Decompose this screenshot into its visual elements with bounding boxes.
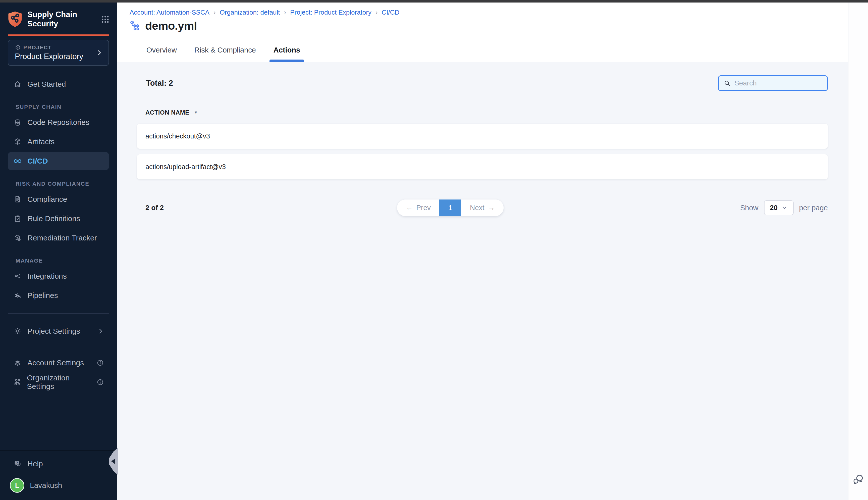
app-title: Supply Chain Security [27,10,77,29]
project-cube-icon [15,45,21,50]
show-label: Show [740,204,759,212]
sort-desc-icon: ▼ [194,110,198,115]
infinity-icon [13,157,22,165]
pager: ← Prev 1 Next → [397,200,503,216]
sidebar-item-label: Code Repositories [27,118,90,127]
cube-wrench-icon [13,234,22,242]
breadcrumb-link-project[interactable]: Project: Product Exploratory [290,9,371,16]
sidebar-item-label: Pipelines [27,291,58,300]
collapse-arrow-icon [111,458,115,464]
sidebar-item-pipelines[interactable]: Pipelines [8,286,109,305]
clipboard-check-icon [13,214,22,223]
info-icon[interactable] [96,378,104,386]
search-icon [724,79,731,87]
brand-accent-divider [8,34,109,36]
section-manage: MANAGE [15,258,117,264]
main-area: Account: Automation-SSCA › Organization:… [117,2,848,500]
search-box [718,75,828,91]
sidebar-item-label: Remediation Tracker [27,234,97,242]
info-icon[interactable] [96,359,104,366]
sidebar-item-label: Integrations [27,272,67,281]
breadcrumb-separator-icon: › [213,9,216,16]
sidebar-item-label: Get Started [27,80,66,89]
pipelines-icon [13,291,22,300]
sidebar-item-label: Artifacts [27,137,55,146]
section-risk-and-compliance: RISK AND COMPLIANCE [15,181,117,187]
search-input[interactable] [734,79,825,87]
per-page-label: per page [799,204,828,212]
page-title: demo.yml [145,19,197,32]
arrow-right-icon: → [488,204,495,212]
avatar: L [10,478,24,493]
sidebar-item-remediation-tracker[interactable]: Remediation Tracker [8,229,109,247]
sidebar-item-help[interactable]: ? Help [8,455,109,473]
sidebar-item-label: Rule Definitions [27,214,80,223]
help-chat-icon: ? [13,459,22,468]
chevron-down-icon [781,205,788,211]
table-row[interactable]: actions/checkout@v3 [137,124,828,149]
column-header-label: ACTION NAME [146,109,189,116]
page-size-value: 20 [770,204,778,212]
sidebar-bottom-section: ? Help L Lavakush [0,450,117,500]
gear-icon [13,327,22,336]
sidebar-item-label: Account Settings [27,359,84,367]
right-gutter [848,2,868,500]
user-menu[interactable]: L Lavakush [8,476,109,495]
sidebar-item-label: Help [27,459,43,468]
sidebar-item-label: Compliance [27,195,67,204]
project-selector[interactable]: PROJECT Product Exploratory [8,40,109,66]
sidebar-item-label: Project Settings [27,327,80,336]
next-page-button[interactable]: Next → [461,200,504,216]
sidebar-item-artifacts[interactable]: Artifacts [8,133,109,151]
sidebar-item-cicd[interactable]: CI/CD [8,152,109,170]
chevron-right-icon [97,328,104,335]
pagination-bar: 2 of 2 ← Prev 1 Next → [137,200,828,216]
breadcrumb-link-cicd[interactable]: CI/CD [382,9,400,16]
page-size-select[interactable]: 20 [764,200,794,215]
sidebar-item-label: CI/CD [27,157,48,165]
result-range: 2 of 2 [146,204,221,212]
tab-overview[interactable]: Overview [145,38,178,62]
sidebar-item-compliance[interactable]: Compliance [8,190,109,208]
sidebar-item-project-settings[interactable]: Project Settings [8,322,109,340]
app-switcher-grid-icon[interactable] [101,15,110,24]
tab-risk-and-compliance[interactable]: Risk & Compliance [193,38,257,62]
sidebar-item-account-settings[interactable]: Account Settings [8,354,109,372]
project-name: Product Exploratory [15,52,83,61]
tab-bar: Overview Risk & Compliance Actions [117,38,848,62]
column-header-action-name[interactable]: ACTION NAME ▼ [146,109,828,116]
sidebar-nav: Get Started SUPPLY CHAIN Code Repositori… [0,74,117,450]
svg-text:?: ? [16,461,18,465]
sidebar: Supply Chain Security [0,2,117,500]
prev-page-button[interactable]: ← Prev [397,200,439,216]
total-count: Total: 2 [146,79,173,88]
tab-actions[interactable]: Actions [272,38,302,62]
breadcrumb-link-organization[interactable]: Organization: default [220,9,280,16]
window-top-strip [0,0,868,2]
brand: Supply Chain Security [8,10,110,29]
sidebar-item-label: Organization Settings [27,374,91,391]
prev-label: Prev [416,204,431,212]
sidebar-divider [8,347,109,347]
next-label: Next [470,204,485,212]
arrow-left-icon: ← [406,204,413,212]
sidebar-divider [8,313,109,314]
page-number-button[interactable]: 1 [439,200,461,216]
document-search-icon [13,195,22,204]
org-hierarchy-gear-icon [13,378,21,386]
sidebar-item-organization-settings[interactable]: Organization Settings [8,373,109,391]
sidebar-item-code-repositories[interactable]: Code Repositories [8,113,109,132]
breadcrumb: Account: Automation-SSCA › Organization:… [130,9,848,16]
code-repository-icon [13,118,22,127]
table-row[interactable]: actions/upload-artifact@v3 [137,154,828,179]
supply-chain-security-logo-icon [8,11,22,28]
sidebar-item-get-started[interactable]: Get Started [8,75,109,93]
chat-bubbles-icon[interactable] [852,473,865,486]
user-name: Lavakush [30,481,62,490]
sidebar-item-rule-definitions[interactable]: Rule Definitions [8,209,109,228]
breadcrumb-link-account[interactable]: Account: Automation-SSCA [130,9,209,16]
page-size-group: Show 20 per page [740,200,828,215]
breadcrumb-separator-icon: › [375,9,378,16]
chevron-right-icon [95,49,103,57]
sidebar-item-integrations[interactable]: Integrations [8,267,109,285]
